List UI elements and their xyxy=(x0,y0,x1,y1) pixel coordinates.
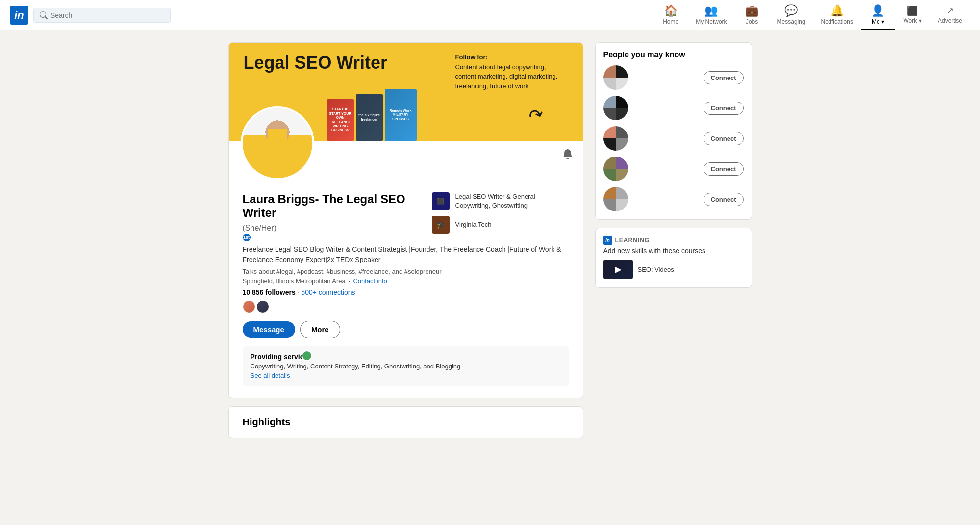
degree-badge: 1st xyxy=(243,234,251,241)
company-icon: ⬛ xyxy=(432,192,450,210)
pymk-item-1: Connect xyxy=(603,65,744,90)
learning-subtitle: Add new skills with these courses xyxy=(603,247,744,255)
profile-degree: 1st xyxy=(243,234,432,241)
work-icon: ⬛ xyxy=(907,5,918,16)
pymk-card: People you may know Connect xyxy=(595,42,752,220)
book-3: Remote Work MILITARY SPOUSES xyxy=(385,89,417,141)
book-2: the six figure freelancer xyxy=(356,94,383,141)
learning-card: in LEARNING Add new skills with these co… xyxy=(595,228,752,288)
messaging-icon: 💬 xyxy=(784,4,798,17)
nav-item-advertise[interactable]: ↗ Advertise xyxy=(930,0,970,30)
learning-label: LEARNING xyxy=(615,237,650,244)
profile-card: Legal SEO Writer STARTUP START YOUR OWN … xyxy=(228,42,583,398)
profile-body: ⬛ Legal SEO Writer & General Copywriting… xyxy=(229,141,583,398)
search-input[interactable] xyxy=(50,11,164,19)
banner-follow-text: Content about legal copywriting, content… xyxy=(455,62,568,91)
nav-label-my-network: My Network xyxy=(696,18,727,25)
course-thumbnail[interactable]: ▶ xyxy=(603,260,633,279)
pymk-avatar-2 xyxy=(603,96,628,120)
highlights-card: Highlights xyxy=(228,406,583,438)
nav-item-jobs[interactable]: 💼 Jobs xyxy=(735,0,769,30)
connections-count[interactable]: 500+ connections xyxy=(301,289,355,296)
profile-side-info: ⬛ Legal SEO Writer & General Copywriting… xyxy=(432,192,569,234)
me-icon: 👤 xyxy=(871,4,884,17)
contact-info-link[interactable]: Contact info xyxy=(353,277,387,285)
profile-actions: Message More xyxy=(243,321,569,338)
profile-name-row: Laura Briggs- The Legal SEO Writer (She/… xyxy=(243,192,432,233)
main-nav: 🏠 Home 👥 My Network 💼 Jobs 💬 Messaging 🔔… xyxy=(653,0,970,30)
my-network-icon: 👥 xyxy=(704,4,718,17)
education-info: 🎓 Virginia Tech xyxy=(432,216,569,234)
nav-label-jobs: Jobs xyxy=(746,18,758,25)
banner-books: STARTUP START YOUR OWN FREELANCE WRITING… xyxy=(327,89,417,141)
home-icon: 🏠 xyxy=(664,4,678,17)
advertise-icon: ↗ xyxy=(946,5,954,16)
mutual-connections-pics xyxy=(243,300,569,313)
nav-item-my-network[interactable]: 👥 My Network xyxy=(688,0,734,30)
location-text: Springfield, Illinois Metropolitan Area xyxy=(243,277,346,285)
banner-follow-label: Follow for: xyxy=(455,52,568,62)
learning-header: in LEARNING xyxy=(603,236,744,245)
profile-location: Springfield, Illinois Metropolitan Area … xyxy=(243,277,569,285)
nav-item-notifications[interactable]: 🔔 Notifications xyxy=(813,0,861,30)
company-text: Legal SEO Writer & General Copywriting, … xyxy=(455,192,569,210)
navbar: in 🏠 Home 👥 My Network 💼 Jobs 💬 Messagin… xyxy=(0,0,980,30)
book-1: STARTUP START YOUR OWN FREELANCE WRITING… xyxy=(327,99,354,141)
mutual-pic-2 xyxy=(256,300,269,313)
pymk-avatar-1 xyxy=(603,65,628,90)
profile-headline: Freelance Legal SEO Blog Writer & Conten… xyxy=(243,244,569,265)
nav-label-messaging: Messaging xyxy=(777,18,805,25)
education-text: Virginia Tech xyxy=(455,220,492,229)
message-button[interactable]: Message xyxy=(243,321,295,338)
nav-item-work[interactable]: ⬛ Work ▾ xyxy=(895,0,930,30)
services-list: Copywriting, Writing, Content Strategy, … xyxy=(251,363,561,370)
nav-label-me: Me ▾ xyxy=(872,18,884,25)
pymk-title: People you may know xyxy=(603,51,744,59)
notification-bell[interactable] xyxy=(562,149,573,162)
pymk-avatar-3 xyxy=(603,126,628,151)
nav-label-home: Home xyxy=(663,18,678,25)
notifications-icon: 🔔 xyxy=(830,4,844,17)
services-card: Providing services Copywriting, Writing,… xyxy=(243,346,569,386)
more-button[interactable]: More xyxy=(300,321,340,338)
nav-label-advertise: Advertise xyxy=(938,17,962,24)
profile-tags: Talks about #legal, #podcast, #business,… xyxy=(243,268,569,275)
pymk-item-2: Connect xyxy=(603,96,744,120)
nav-item-home[interactable]: 🏠 Home xyxy=(653,0,688,30)
pymk-connect-button-1[interactable]: Connect xyxy=(704,71,744,84)
followers-count: 10,856 followers xyxy=(243,289,296,296)
mutual-pic-1 xyxy=(243,300,255,313)
learning-course: ▶ SEO: Videos xyxy=(603,260,744,279)
profile-avatar xyxy=(241,106,314,180)
search-bar[interactable] xyxy=(33,8,171,23)
see-all-services-link[interactable]: See all details xyxy=(251,372,561,379)
banner-follow: Follow for: Content about legal copywrit… xyxy=(455,52,568,91)
learning-linkedin-logo: in xyxy=(603,236,612,245)
pymk-connect-button-2[interactable]: Connect xyxy=(704,102,744,115)
education-icon: 🎓 xyxy=(432,216,450,234)
pymk-avatar-4 xyxy=(603,157,628,181)
highlights-title: Highlights xyxy=(243,417,569,428)
right-sidebar: People you may know Connect xyxy=(595,42,752,438)
linkedin-logo[interactable]: in xyxy=(10,6,28,25)
profile-name: Laura Briggs- The Legal SEO Writer xyxy=(243,192,432,220)
pymk-connect-button-4[interactable]: Connect xyxy=(704,162,744,176)
pymk-avatar-5 xyxy=(603,187,628,211)
pymk-item-3: Connect xyxy=(603,126,744,151)
jobs-icon: 💼 xyxy=(745,4,758,17)
pymk-item-4: Connect xyxy=(603,157,744,181)
search-icon xyxy=(40,11,48,19)
services-title: Providing services xyxy=(251,353,561,361)
nav-item-me[interactable]: 👤 Me ▾ xyxy=(861,0,895,30)
nav-item-messaging[interactable]: 💬 Messaging xyxy=(769,0,813,30)
online-indicator xyxy=(302,350,312,361)
pymk-connect-button-3[interactable]: Connect xyxy=(704,132,744,145)
pymk-connect-button-5[interactable]: Connect xyxy=(704,193,744,206)
profile-pronouns: (She/Her) xyxy=(243,224,276,233)
main-layout: Legal SEO Writer STARTUP START YOUR OWN … xyxy=(221,30,760,450)
pymk-item-5: Connect xyxy=(603,187,744,211)
banner-headline: Legal SEO Writer xyxy=(244,52,387,73)
banner-arrow: ↷ xyxy=(526,104,547,128)
course-title[interactable]: SEO: Videos xyxy=(638,266,674,273)
main-column: Legal SEO Writer STARTUP START YOUR OWN … xyxy=(228,42,583,438)
